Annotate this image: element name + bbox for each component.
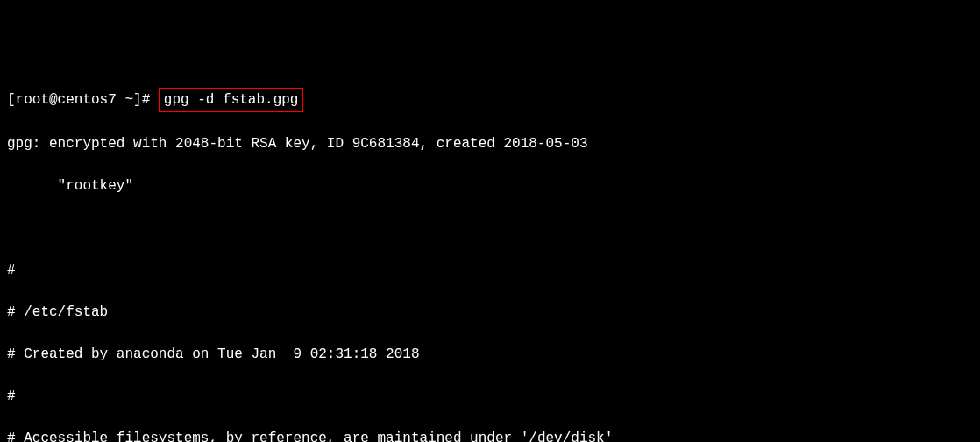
fstab-comment: # <box>7 386 973 407</box>
command-line[interactable]: [root@centos7 ~]# gpg -d fstab.gpg <box>7 88 973 112</box>
gpg-output-line-2: "rootkey" <box>7 175 973 196</box>
shell-prompt: [root@centos7 ~]# <box>7 92 150 108</box>
fstab-comment: # <box>7 260 973 281</box>
fstab-comment: # /etc/fstab <box>7 302 973 323</box>
blank-line <box>7 217 973 239</box>
entered-command: gpg -d fstab.gpg <box>159 88 304 112</box>
fstab-comment: # Created by anaconda on Tue Jan 9 02:31… <box>7 344 973 365</box>
fstab-comment: # Accessible filesystems, by reference, … <box>7 428 973 442</box>
gpg-output-line-1: gpg: encrypted with 2048-bit RSA key, ID… <box>7 133 973 154</box>
